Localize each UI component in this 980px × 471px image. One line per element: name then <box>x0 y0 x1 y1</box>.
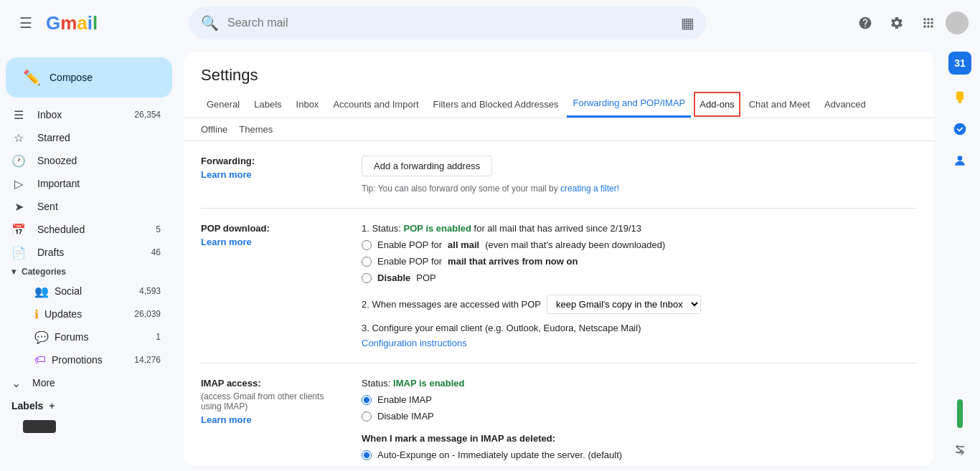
pop-radio-disable[interactable]: Disable POP <box>362 272 917 283</box>
pop-radio-all-suffix: (even mail that's already been downloade… <box>485 239 665 250</box>
promotions-label: Promotions <box>52 354 128 366</box>
tip-text: Tip: You can also forward only some of y… <box>362 184 558 194</box>
imap-radio-group: Enable IMAP Disable IMAP <box>362 394 917 422</box>
label-chip[interactable] <box>23 420 56 433</box>
logo-m1: m <box>60 12 77 34</box>
forwarding-content: Add a forwarding address Tip: You can al… <box>362 156 917 194</box>
logo-a: a <box>77 12 87 34</box>
sidebar-item-updates[interactable]: ℹ Updates 26,039 <box>0 303 172 325</box>
expand-icon <box>954 445 966 457</box>
contacts-icon-btn[interactable] <box>946 146 974 175</box>
forums-icon: 💬 <box>34 330 49 344</box>
sidebar-item-drafts[interactable]: 📄 Drafts 46 <box>0 241 172 264</box>
tab-accounts[interactable]: Accounts and Import <box>327 92 424 117</box>
pop-status-bold: POP is enabled <box>404 223 471 234</box>
sidebar-item-forums[interactable]: 💬 Forums 1 <box>0 325 172 348</box>
creating-filter-link[interactable]: creating a filter! <box>560 184 619 194</box>
sidebar-item-starred[interactable]: ☆ Starred <box>0 126 172 149</box>
imap-enable-label: Enable IMAP <box>377 394 432 405</box>
starred-label: Starred <box>37 132 161 143</box>
add-forwarding-button[interactable]: Add a forwarding address <box>362 156 492 176</box>
pop-status-prefix: 1. Status: <box>362 223 404 234</box>
keep-icon-btn[interactable] <box>946 83 974 112</box>
imap-enable-input[interactable] <box>362 395 372 405</box>
pop-radio-all-input[interactable] <box>362 240 372 250</box>
tab-general[interactable]: General <box>201 92 245 117</box>
imap-status-prefix: Status: <box>362 378 393 389</box>
sidebar-item-inbox[interactable]: ☰ Inbox 26,354 <box>0 103 172 126</box>
tasks-icon-btn[interactable] <box>946 115 974 143</box>
sub-tab-themes[interactable]: Themes <box>239 124 273 135</box>
settings-button[interactable] <box>882 9 911 37</box>
avatar[interactable] <box>946 11 969 34</box>
sidebar-item-promotions[interactable]: 🏷 Promotions 14,276 <box>0 348 172 371</box>
search-bar[interactable]: 🔍 ▦ <box>189 6 706 39</box>
settings-content: Settings General Labels Inbox Accounts a… <box>184 52 934 465</box>
menu-button[interactable]: ☰ <box>11 9 40 37</box>
tab-inbox[interactable]: Inbox <box>291 92 325 117</box>
sub-tabs: Offline Themes <box>184 118 934 141</box>
pop-radio-all-mail[interactable]: Enable POP for all mail (even mail that'… <box>362 239 917 250</box>
logo-l: l <box>93 12 98 34</box>
calendar-icon-btn[interactable]: 31 <box>948 52 971 75</box>
pop-learn-more[interactable]: Learn more <box>201 237 344 247</box>
pop-radio-fromnow-input[interactable] <box>362 257 372 267</box>
imap-label: IMAP access: <box>201 378 344 389</box>
imap-status: Status: IMAP is enabled <box>362 378 917 389</box>
tab-chat[interactable]: Chat and Meet <box>743 92 816 117</box>
pop-when-label: 2. When messages are accessed with POP <box>362 299 541 310</box>
sidebar-item-snoozed[interactable]: 🕐 Snoozed <box>0 149 172 172</box>
sub-tab-offline[interactable]: Offline <box>201 124 227 135</box>
inbox-icon: ☰ <box>11 108 26 122</box>
imap-disable-input[interactable] <box>362 411 372 422</box>
forwarding-learn-more[interactable]: Learn more <box>201 169 344 180</box>
pop-radio-from-now[interactable]: Enable POP for mail that arrives from no… <box>362 256 917 267</box>
settings-tabs: General Labels Inbox Accounts and Import… <box>184 90 934 118</box>
pop-radio-all-bold: all mail <box>448 239 479 250</box>
green-indicator <box>957 399 963 428</box>
pop-when-row: 2. When messages are accessed with POP k… <box>362 295 917 314</box>
more-label: More <box>32 377 55 389</box>
sent-label: Sent <box>37 201 161 212</box>
sidebar-item-important[interactable]: ▷ Important <box>0 172 172 195</box>
add-label-button[interactable]: + <box>49 400 55 411</box>
search-input[interactable] <box>227 16 672 29</box>
sidebar-item-social[interactable]: 👥 Social 4,593 <box>0 280 172 303</box>
imap-enable-radio[interactable]: Enable IMAP <box>362 394 917 405</box>
filter-icon[interactable]: ▦ <box>681 14 694 32</box>
imap-auto-expunge-on[interactable]: Auto-Expunge on - Immediately update the… <box>362 449 917 460</box>
expand-icon: ⌄ <box>11 376 21 390</box>
imap-learn-more[interactable]: Learn more <box>201 414 344 425</box>
tab-filters[interactable]: Filters and Blocked Addresses <box>428 92 565 117</box>
expand-panel-button[interactable] <box>946 437 974 465</box>
tab-forwarding[interactable]: Forwarding and POP/IMAP <box>567 90 691 118</box>
drafts-icon: 📄 <box>11 246 26 260</box>
snoozed-icon: 🕐 <box>11 154 26 168</box>
settings-body: Forwarding: Learn more Add a forwarding … <box>184 141 934 465</box>
pop-radio-group: Enable POP for all mail (even mail that'… <box>362 239 917 283</box>
topbar-right <box>851 9 969 37</box>
compose-button[interactable]: ✏️ Compose <box>6 57 172 97</box>
labels-label: Labels <box>11 400 43 411</box>
sidebar-more[interactable]: ⌄ More <box>0 371 184 394</box>
imap-expunge-on-input[interactable] <box>362 450 372 460</box>
pop-status: 1. Status: POP is enabled for all mail t… <box>362 223 917 234</box>
imap-disable-radio[interactable]: Disable IMAP <box>362 411 917 422</box>
search-icon: 🔍 <box>201 14 219 32</box>
tab-advanced[interactable]: Advanced <box>819 92 872 117</box>
compose-label: Compose <box>50 72 93 83</box>
sidebar-item-sent[interactable]: ➤ Sent <box>0 195 172 218</box>
imap-content: Status: IMAP is enabled Enable IMAP Disa… <box>362 378 917 465</box>
config-instructions-link[interactable]: Configuration instructions <box>362 338 917 348</box>
apps-button[interactable] <box>914 9 943 37</box>
tab-addons[interactable]: Add-ons <box>694 92 740 117</box>
collapse-icon[interactable]: ▾ <box>11 267 16 277</box>
pop-dropdown[interactable]: keep Gmail's copy in the Inbox archive G… <box>547 295 701 314</box>
sidebar-item-scheduled[interactable]: 📅 Scheduled 5 <box>0 218 172 241</box>
logo-i: i <box>88 12 93 34</box>
svg-point-2 <box>954 123 966 135</box>
help-button[interactable] <box>851 9 880 37</box>
tab-labels[interactable]: Labels <box>248 92 287 117</box>
pop-radio-disable-input[interactable] <box>362 273 372 283</box>
pop-config-row: 3. Configure your email client (e.g. Out… <box>362 323 917 333</box>
